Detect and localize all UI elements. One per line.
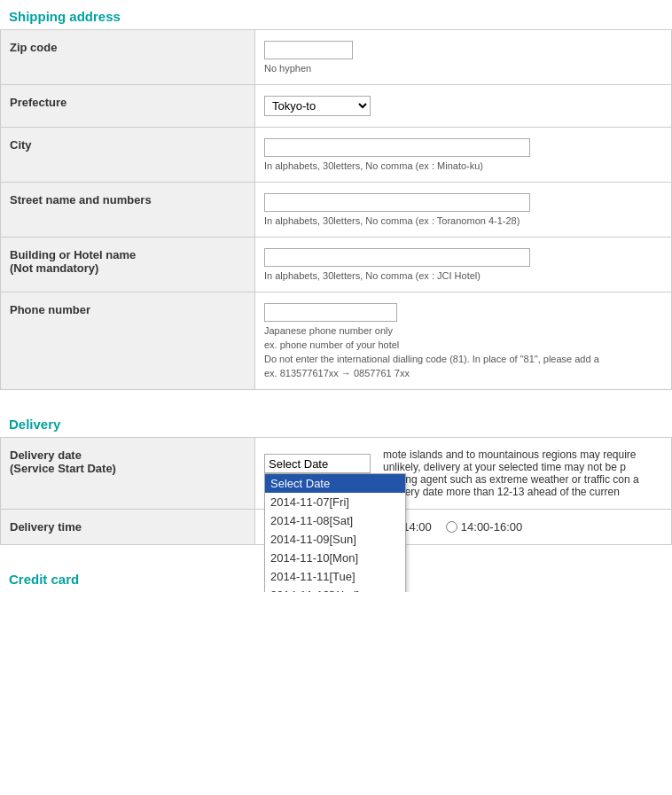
building-label: Building or Hotel name(Not mandatory) [1, 238, 255, 292]
zip-input-cell: No hyphen [255, 30, 672, 85]
street-row: Street name and numbers In alphabets, 30… [1, 183, 672, 238]
zip-input[interactable] [264, 41, 353, 59]
date-option-5[interactable]: 2014-11-11[Tue] [265, 567, 405, 586]
time-option-2: 14:00-16:00 [446, 520, 522, 534]
date-option-3[interactable]: 2014-11-09[Sun] [265, 530, 405, 549]
street-hint: In alphabets, 30letters, No comma (ex : … [264, 215, 662, 226]
phone-input[interactable] [264, 303, 397, 322]
date-select-container: ▼ mote islands and to mountainous region… [264, 448, 662, 498]
shipping-form-table: Zip code No hyphen Prefecture Tokyo-to O… [0, 29, 672, 390]
delivery-time-label: Delivery time [1, 510, 255, 545]
delivery-info-text: mote islands and to mountainous regions … [383, 448, 662, 498]
date-option-0[interactable]: Select Date [265, 474, 405, 493]
delivery-date-row: Delivery date(Service Start Date) ▼ mote… [1, 438, 672, 510]
building-input-cell: In alphabets, 30letters, No comma (ex : … [255, 238, 672, 292]
phone-row: Phone number Japanese phone number only … [1, 292, 672, 390]
prefecture-row: Prefecture Tokyo-to Osaka-fu Kyoto-fu Ai… [1, 85, 672, 128]
date-option-1[interactable]: 2014-11-07[Fri] [265, 493, 405, 511]
city-hint: In alphabets, 30letters, No comma (ex : … [264, 160, 662, 171]
zip-label: Zip code [1, 30, 255, 85]
phone-hint-1: Japanese phone number only [264, 325, 662, 336]
delivery-date-label: Delivery date(Service Start Date) [1, 438, 255, 510]
building-row: Building or Hotel name(Not mandatory) In… [1, 238, 672, 292]
date-option-2[interactable]: 2014-11-08[Sat] [265, 511, 405, 530]
time-radio-2[interactable] [446, 521, 457, 533]
building-input[interactable] [264, 248, 530, 267]
prefecture-select[interactable]: Tokyo-to Osaka-fu Kyoto-fu Aichi-ken Kan… [264, 96, 371, 116]
street-input[interactable] [264, 193, 530, 212]
street-label: Street name and numbers [1, 183, 255, 238]
date-option-4[interactable]: 2014-11-10[Mon] [265, 549, 405, 567]
date-dropdown-list: Select Date 2014-11-07[Fri] 2014-11-08[S… [264, 473, 406, 592]
prefecture-label: Prefecture [1, 85, 255, 128]
zip-row: Zip code No hyphen [1, 30, 672, 85]
city-input[interactable] [264, 138, 530, 157]
zip-hint: No hyphen [264, 63, 662, 74]
phone-hint-3: Do not enter the international dialling … [264, 354, 662, 364]
phone-hint-4: ex. 813577617xx → 0857761 7xx [264, 368, 662, 378]
prefecture-input-cell: Tokyo-to Osaka-fu Kyoto-fu Aichi-ken Kan… [255, 85, 672, 128]
city-row: City In alphabets, 30letters, No comma (… [1, 128, 672, 183]
delivery-date-input-cell: ▼ mote islands and to mountainous region… [255, 438, 672, 510]
building-hint: In alphabets, 30letters, No comma (ex : … [264, 270, 662, 281]
phone-label: Phone number [1, 292, 255, 390]
phone-hint-2: ex. phone number of your hotel [264, 339, 662, 350]
city-label: City [1, 128, 255, 183]
delivery-title: Delivery [0, 408, 672, 437]
gap-1 [0, 390, 672, 408]
date-select-input[interactable] [264, 454, 371, 473]
shipping-title: Shipping address [0, 0, 672, 29]
delivery-section: Delivery Delivery date(Service Start Dat… [0, 408, 672, 545]
shipping-section: Shipping address Zip code No hyphen Pref… [0, 0, 672, 390]
city-input-cell: In alphabets, 30letters, No comma (ex : … [255, 128, 672, 183]
date-option-6[interactable]: 2014-11-12[Wed] [265, 586, 405, 592]
street-input-cell: In alphabets, 30letters, No comma (ex : … [255, 183, 672, 238]
delivery-form-table: Delivery date(Service Start Date) ▼ mote… [0, 437, 672, 545]
phone-input-cell: Japanese phone number only ex. phone num… [255, 292, 672, 390]
time-label-2: 14:00-16:00 [461, 520, 522, 534]
